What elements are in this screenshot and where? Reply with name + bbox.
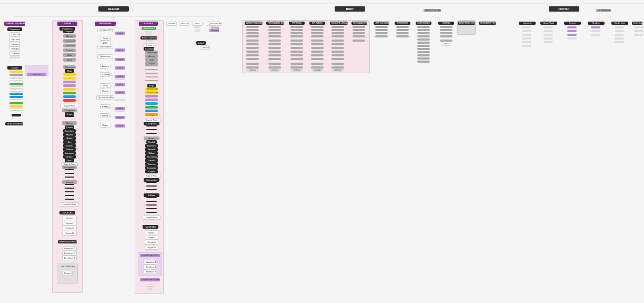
col2-tarj: Tarjeta N	[62, 231, 77, 236]
body-item	[246, 54, 259, 56]
body-item	[375, 29, 388, 31]
body-item	[290, 43, 303, 45]
footer-col: Acceso Rápido	[540, 22, 557, 25]
body-banner: BANNER PUBLICITARIO	[245, 22, 263, 25]
body-item	[290, 35, 303, 37]
col4-sub	[146, 197, 157, 198]
extra-banner: EXTRA BANNER DE COOKIES (Meta)	[596, 9, 611, 12]
body-item	[290, 54, 303, 56]
col4-item	[145, 69, 158, 70]
col4-blog	[145, 113, 158, 116]
body-top: TOP VENTAS	[289, 22, 305, 25]
col4-sub	[146, 208, 157, 209]
col2-blue	[63, 95, 76, 98]
body-item	[440, 26, 452, 28]
col3-item: Getto	[100, 83, 110, 88]
body-certif: certificado	[311, 69, 324, 72]
col3-btn[interactable]: más info	[115, 48, 125, 52]
col3-item: WorldLine	[100, 113, 110, 118]
body-item	[331, 35, 344, 37]
col2-city: Zaragoza	[63, 151, 76, 155]
col4-tarj: Tarjeta 3	[145, 240, 158, 245]
footer-link[interactable]	[615, 41, 624, 43]
footer-link[interactable]	[615, 34, 624, 36]
footer-link[interactable]	[522, 45, 531, 47]
col2-idioma: Idioma	[62, 121, 77, 125]
body-item	[290, 63, 303, 65]
footer-node: FOOTER	[549, 6, 579, 12]
col1-item: Ejecutivos	[9, 37, 20, 42]
col4-bitem: Beneficio 3	[144, 269, 156, 274]
footer-link[interactable]	[567, 37, 577, 40]
footer-link[interactable]	[544, 30, 553, 32]
body-item	[268, 43, 281, 45]
col2-tarj: Tarjeta 2	[62, 221, 77, 226]
col1-item: Estudiantes	[9, 46, 20, 51]
col3-btn[interactable]: contacta	[115, 58, 125, 61]
col4-title: NOSOTROS	[139, 22, 158, 26]
col4-blog	[145, 110, 158, 112]
footer-link[interactable]	[591, 26, 600, 28]
footer-link[interactable]	[634, 34, 643, 36]
body-item	[268, 32, 281, 34]
col1-item: Cita Con	[9, 32, 20, 37]
footer-link[interactable]	[522, 30, 531, 32]
col4-item: Grupos	[145, 62, 158, 65]
col2-cat: Categorías	[63, 30, 74, 33]
footer-link[interactable]	[567, 26, 577, 28]
footer-link[interactable]	[615, 37, 624, 40]
col2-city: Bilbao	[63, 136, 76, 140]
body-item	[268, 26, 281, 28]
col2-tarj: Tarjeta 3	[62, 226, 77, 230]
col2-ciudad: Ciudad	[65, 125, 74, 129]
footer-link[interactable]	[522, 41, 531, 43]
body-item	[268, 63, 281, 65]
col3-btn[interactable]: contacta	[115, 124, 125, 128]
swatch	[9, 90, 23, 92]
col3-btn[interactable]: contacta	[115, 91, 125, 94]
col3-btn[interactable]: contacta	[115, 32, 125, 35]
footer-link[interactable]	[634, 26, 643, 28]
col2-bitem: Beneficio 2	[62, 251, 77, 256]
footer-link[interactable]	[591, 34, 600, 36]
footer-link[interactable]	[544, 34, 553, 36]
col4-sub	[145, 285, 155, 287]
col4-bitem: Beneficio 1	[144, 260, 156, 265]
iniciar-sesion[interactable]: Iniciar Sesión	[179, 22, 189, 26]
col2-cat3: Categorías	[62, 165, 77, 169]
idioma-sub	[194, 30, 200, 32]
body-item	[246, 51, 259, 53]
body-item	[353, 32, 365, 34]
col3-btn[interactable]: más info	[115, 83, 125, 86]
col3-btn[interactable]: más info	[115, 116, 125, 119]
col2-item: Formación	[63, 39, 76, 43]
body-item	[396, 26, 409, 28]
footer-link[interactable]	[591, 30, 600, 32]
footer-link[interactable]	[522, 34, 531, 36]
body-item	[331, 43, 344, 45]
footer-link[interactable]	[522, 37, 531, 40]
col4-city: Valencia	[145, 162, 158, 166]
body-item	[246, 63, 259, 65]
col2-sub	[65, 199, 74, 200]
footer-link[interactable]	[567, 34, 577, 36]
footer-link[interactable]	[522, 26, 531, 28]
footer-link[interactable]	[615, 30, 624, 32]
footer-link[interactable]	[544, 41, 553, 43]
quick-access[interactable]: Quick access (Acceso rápido)	[207, 22, 222, 26]
footer-link[interactable]	[634, 30, 643, 32]
col3-btn[interactable]: más info	[115, 66, 125, 70]
footer-link[interactable]	[567, 30, 577, 32]
col4-sub	[145, 40, 153, 42]
body-item	[331, 63, 344, 65]
col2-tarjetas: TARJETAS	[59, 211, 75, 214]
footer-col: Contacto	[564, 22, 581, 25]
body-prog: PROGRAMA DEL MES	[266, 22, 284, 25]
footer-link[interactable]	[544, 37, 553, 40]
body-item	[311, 58, 324, 60]
col4-blogs: Blogs	[147, 84, 156, 87]
idioma[interactable]: Idioma	[192, 22, 203, 26]
buscador[interactable]: Buscador	[166, 22, 177, 26]
footer-link[interactable]	[615, 26, 624, 28]
footer-link[interactable]	[544, 26, 553, 28]
